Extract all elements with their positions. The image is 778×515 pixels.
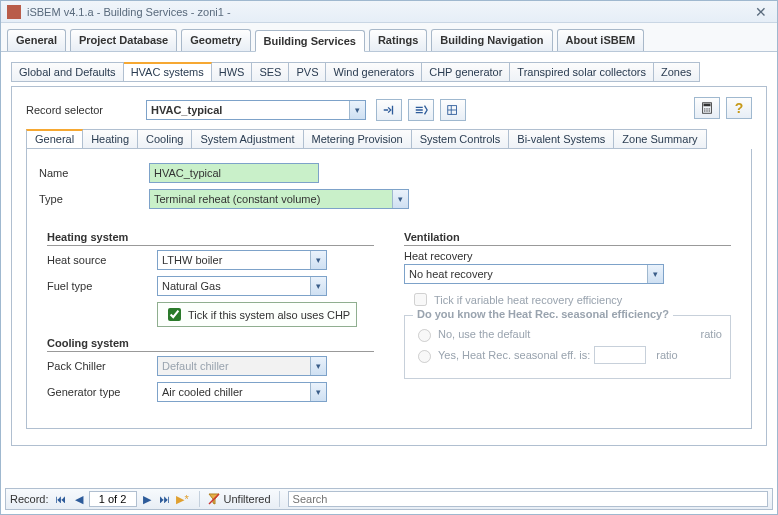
chevron-down-icon: ▾ xyxy=(349,101,365,119)
subtab-global[interactable]: Global and Defaults xyxy=(11,62,124,82)
svg-point-4 xyxy=(706,108,707,109)
pack-chiller-combo: Default chiller▾ xyxy=(157,356,327,376)
innertab-cooling[interactable]: Cooling xyxy=(138,129,192,149)
sub-tab-bar: Global and Defaults HVAC systems HWS SES… xyxy=(11,62,767,82)
subtab-hvac[interactable]: HVAC systems xyxy=(124,62,212,82)
search-input[interactable] xyxy=(288,491,768,507)
heat-source-label: Heat source xyxy=(47,254,157,266)
tab-geometry[interactable]: Geometry xyxy=(181,29,250,51)
seasonal-no-radio xyxy=(418,329,431,342)
type-combo[interactable]: Terminal reheat (constant volume)▾ xyxy=(149,189,409,209)
name-label: Name xyxy=(39,167,149,179)
subtab-zones[interactable]: Zones xyxy=(654,62,700,82)
funnel-icon xyxy=(208,493,220,505)
seasonal-eff-group: Do you know the Heat Rec. seasonal effic… xyxy=(404,315,731,379)
svg-point-8 xyxy=(708,110,709,111)
subtab-hws[interactable]: HWS xyxy=(212,62,253,82)
subtab-ses[interactable]: SES xyxy=(252,62,289,82)
name-field[interactable]: HVAC_typical xyxy=(149,163,319,183)
nav-next-icon[interactable]: ▶ xyxy=(139,491,155,507)
subtab-chp[interactable]: CHP generator xyxy=(422,62,510,82)
toolbar-btn-1[interactable] xyxy=(376,99,402,121)
toolbar-btn-3[interactable] xyxy=(440,99,466,121)
app-window: iSBEM v4.1.a - Building Services - zoni1… xyxy=(0,0,778,515)
svg-rect-2 xyxy=(704,104,711,107)
chevron-down-icon: ▾ xyxy=(310,251,326,269)
window-title: iSBEM v4.1.a - Building Services - zoni1… xyxy=(27,6,751,18)
tab-general[interactable]: General xyxy=(7,29,66,51)
nav-new-icon[interactable]: ▶* xyxy=(175,491,191,507)
record-position[interactable] xyxy=(89,491,137,507)
generator-type-combo[interactable]: Air cooled chiller▾ xyxy=(157,382,327,402)
chevron-down-icon: ▾ xyxy=(392,190,408,208)
tab-building-navigation[interactable]: Building Navigation xyxy=(431,29,552,51)
subtab-pvs[interactable]: PVS xyxy=(289,62,326,82)
variable-hr-checkbox xyxy=(414,293,427,306)
chp-label: Tick if this system also uses CHP xyxy=(188,309,350,321)
cooling-section-title: Cooling system xyxy=(47,337,374,352)
pack-chiller-label: Pack Chiller xyxy=(47,360,157,372)
innertab-heating[interactable]: Heating xyxy=(83,129,138,149)
tab-ratings[interactable]: Ratings xyxy=(369,29,427,51)
heat-recovery-combo[interactable]: No heat recovery▾ xyxy=(404,264,664,284)
heat-recovery-label: Heat recovery xyxy=(404,250,514,262)
chp-checkbox[interactable] xyxy=(168,308,181,321)
innertab-sysadjust[interactable]: System Adjustment xyxy=(192,129,303,149)
close-icon[interactable]: ✕ xyxy=(751,4,771,20)
variable-hr-checkbox-row: Tick if variable heat recovery efficienc… xyxy=(410,290,731,309)
tab-project-database[interactable]: Project Database xyxy=(70,29,177,51)
record-navigator: Record: ⏮ ◀ ▶ ⏭ ▶* Unfiltered xyxy=(5,488,773,510)
record-selector-combo[interactable]: HVAC_typical ▾ xyxy=(146,100,366,120)
seasonal-yes-radio xyxy=(418,350,431,363)
svg-point-7 xyxy=(706,110,707,111)
heat-source-combo[interactable]: LTHW boiler▾ xyxy=(157,250,327,270)
innertab-general[interactable]: General xyxy=(26,129,83,149)
subtab-wind[interactable]: Wind generators xyxy=(326,62,422,82)
innertab-zonesummary[interactable]: Zone Summary xyxy=(614,129,706,149)
fuel-type-combo[interactable]: Natural Gas▾ xyxy=(157,276,327,296)
chevron-down-icon: ▾ xyxy=(310,277,326,295)
calculator-button[interactable] xyxy=(694,97,720,119)
nav-last-icon[interactable]: ⏭ xyxy=(157,491,173,507)
ventilation-section-title: Ventilation xyxy=(404,231,731,246)
innertab-controls[interactable]: System Controls xyxy=(412,129,510,149)
titlebar: iSBEM v4.1.a - Building Services - zoni1… xyxy=(1,1,777,23)
svg-point-6 xyxy=(704,110,705,111)
chevron-down-icon: ▾ xyxy=(310,383,326,401)
chevron-down-icon: ▾ xyxy=(647,265,663,283)
fuel-type-label: Fuel type xyxy=(47,280,157,292)
seasonal-eff-legend: Do you know the Heat Rec. seasonal effic… xyxy=(413,308,673,320)
record-selector-value: HVAC_typical xyxy=(151,104,222,116)
main-tab-bar: General Project Database Geometry Buildi… xyxy=(1,23,777,52)
svg-point-3 xyxy=(704,108,705,109)
record-selector-label: Record selector xyxy=(26,104,146,116)
app-icon xyxy=(7,5,21,19)
nav-first-icon[interactable]: ⏮ xyxy=(53,491,69,507)
tab-about[interactable]: About iSBEM xyxy=(557,29,645,51)
chevron-down-icon: ▾ xyxy=(310,357,326,375)
subtab-transpired[interactable]: Transpired solar collectors xyxy=(510,62,654,82)
hvac-panel: Record selector HVAC_typical ▾ ? General… xyxy=(11,86,767,446)
heating-section-title: Heating system xyxy=(47,231,374,246)
toolbar-btn-2[interactable] xyxy=(408,99,434,121)
innertab-metering[interactable]: Metering Provision xyxy=(304,129,412,149)
filter-status[interactable]: Unfiltered xyxy=(208,493,271,505)
inner-tab-bar: General Heating Cooling System Adjustmen… xyxy=(26,129,752,149)
svg-point-5 xyxy=(708,108,709,109)
record-label: Record: xyxy=(10,493,49,505)
help-button[interactable]: ? xyxy=(726,97,752,119)
innertab-bivalent[interactable]: Bi-valent Systems xyxy=(509,129,614,149)
type-label: Type xyxy=(39,193,149,205)
chp-checkbox-row[interactable]: Tick if this system also uses CHP xyxy=(157,302,357,327)
tab-building-services[interactable]: Building Services xyxy=(255,30,365,52)
nav-prev-icon[interactable]: ◀ xyxy=(71,491,87,507)
variable-hr-label: Tick if variable heat recovery efficienc… xyxy=(434,294,622,306)
generator-type-label: Generator type xyxy=(47,386,157,398)
seasonal-eff-input xyxy=(594,346,646,364)
